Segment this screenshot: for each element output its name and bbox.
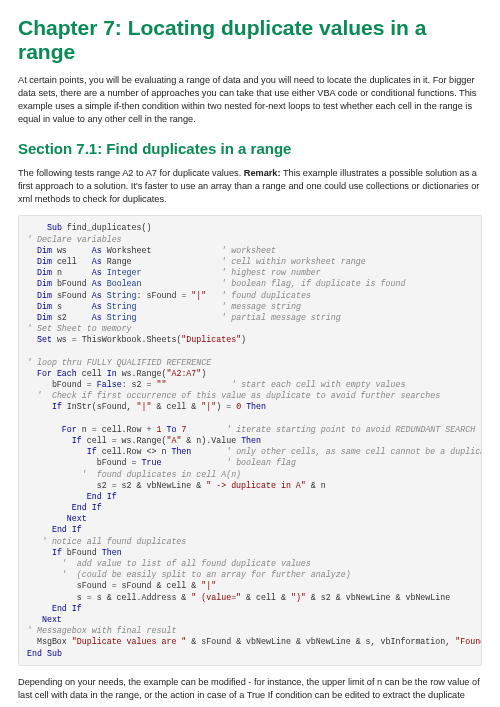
section-paragraph: The following tests range A2 to A7 for d…: [18, 167, 482, 206]
code-block: Sub find_duplicates() ' Declare variable…: [18, 215, 482, 665]
chapter-title: Chapter 7: Locating duplicate values in …: [18, 16, 482, 64]
section-title: Section 7.1: Find duplicates in a range: [18, 140, 482, 157]
intro-paragraph: At certain points, you will be evaluatin…: [18, 74, 482, 126]
closing-paragraph: Depending on your needs, the example can…: [18, 676, 482, 702]
